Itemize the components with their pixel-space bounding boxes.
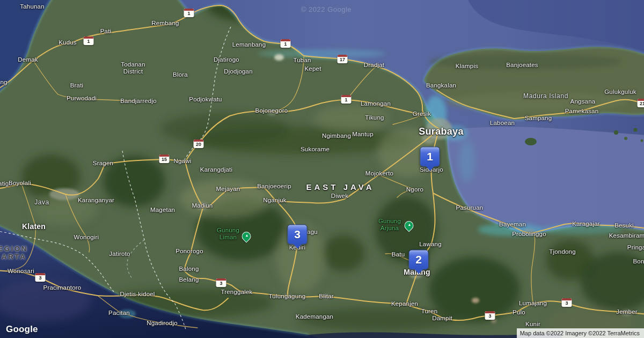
marker-number: 3 xyxy=(288,225,307,244)
marker-number: 1 xyxy=(421,148,440,166)
google-watermark: © 2022 Google xyxy=(301,5,352,13)
map-marker-3[interactable]: 3 xyxy=(288,225,308,245)
marker-number: 2 xyxy=(409,251,428,269)
map-marker-2[interactable]: 2 xyxy=(409,250,429,270)
satellite-map[interactable] xyxy=(0,0,644,338)
google-logo: Google xyxy=(6,324,38,335)
map-marker-1[interactable]: 1 xyxy=(420,147,440,167)
map-attribution: Map data ©2022 Imagery ©2022 TerraMetric… xyxy=(517,328,644,338)
map-viewport[interactable]: © 2022 Google TahunanngDemakKudusPatiRem… xyxy=(0,0,644,338)
